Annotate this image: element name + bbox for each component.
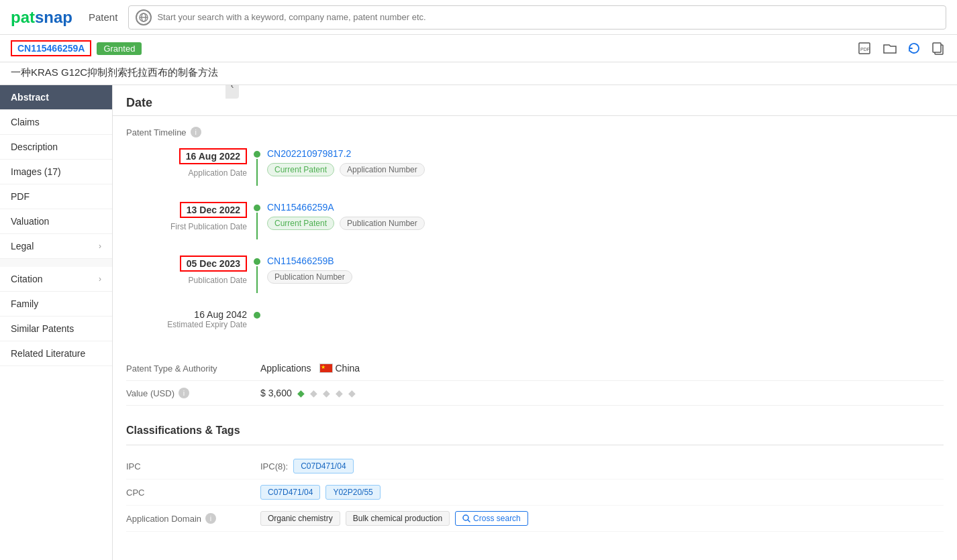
section-title-date: Date [113, 85, 957, 116]
class-val-cpc: C07D471/04 Y02P20/55 [260, 485, 381, 500]
sidebar-item-citation[interactable]: Citation › [0, 267, 112, 292]
timeline-content: CN115466259A Current Patent Publication … [267, 202, 944, 230]
classifications-title: Classifications & Tags [126, 414, 944, 445]
sidebar-item-description[interactable]: Description [0, 135, 112, 160]
copy-icon[interactable] [930, 42, 946, 55]
publication-number-tag: Publication Number [340, 217, 425, 230]
timeline-line [256, 266, 258, 293]
sidebar-item-images[interactable]: Images (17) [0, 160, 112, 184]
timeline-dot-col [247, 256, 267, 293]
patent-header: CN115466259A Granted PDF [0, 35, 957, 62]
timeline-label: Patent Timeline i [126, 127, 944, 137]
application-number-tag: Application Number [340, 163, 425, 176]
cpc-tag-2[interactable]: Y02P20/55 [325, 485, 380, 500]
sidebar-item-label: Related Literature [11, 348, 85, 359]
timeline-date-col: 13 Dec 2022 First Publication Date [126, 202, 247, 231]
timeline-date-label: Application Date [126, 168, 247, 178]
sidebar-item-family[interactable]: Family [0, 292, 112, 317]
sidebar-item-label: Legal [11, 241, 34, 251]
timeline-entry-4: 16 Aug 2042 Estimated Expiry Date [126, 309, 944, 329]
timeline-entry-1: 16 Aug 2022 Application Date CN202210979… [126, 148, 944, 186]
patent-number-link[interactable]: CN115466259B [267, 256, 944, 266]
nav-patent[interactable]: Patent [89, 11, 117, 23]
ipc-tag[interactable]: C07D471/04 [293, 459, 353, 473]
timeline-date-col: 16 Aug 2022 Application Date [126, 148, 247, 178]
timeline-dot [254, 205, 260, 211]
sidebar-item-label: PDF [11, 191, 30, 202]
country-name: China [336, 363, 360, 374]
domain-tag-organic: Organic chemistry [260, 511, 340, 526]
class-key-cpc: CPC [126, 488, 260, 498]
timeline-entry-3: 05 Dec 2023 Publication Date CN115466259… [126, 256, 944, 293]
patent-number-link[interactable]: CN202210979817.2 [267, 148, 944, 159]
tag-row: Publication Number [267, 270, 944, 284]
info-key-value: Value (USD) i [126, 388, 260, 398]
info-icon[interactable]: i [205, 513, 216, 524]
ipc-prefix: IPC(8): [260, 461, 288, 471]
sidebar-item-label: Abstract [11, 92, 49, 103]
cross-search-label: Cross search [473, 514, 521, 523]
sidebar-item-similar-patents[interactable]: Similar Patents [0, 317, 112, 341]
status-badge: Granted [97, 42, 142, 55]
info-icon[interactable]: i [191, 127, 201, 137]
sidebar-item-abstract[interactable]: Abstract [0, 85, 112, 110]
diamond-empty-icon-1: ◆ [310, 388, 317, 398]
class-key-domain: Application Domain i [126, 513, 260, 524]
sidebar-item-legal[interactable]: Legal › [0, 234, 112, 259]
timeline-date: 05 Dec 2023 [180, 256, 247, 272]
patent-tools: PDF [858, 42, 946, 55]
globe-icon[interactable] [136, 9, 152, 25]
info-section: Patent Type & Authority Applications ★ C… [113, 356, 957, 414]
cpc-tag-1[interactable]: C07D471/04 [260, 485, 320, 500]
timeline-entry-2: 13 Dec 2022 First Publication Date CN115… [126, 202, 944, 239]
sidebar-item-claims[interactable]: Claims [0, 110, 112, 135]
timeline-date-col: 05 Dec 2023 Publication Date [126, 256, 247, 285]
timeline-date-label: Publication Date [126, 276, 247, 285]
diamond-empty-icon-3: ◆ [336, 388, 343, 398]
patent-title: 一种KRAS G12C抑制剂索托拉西布的制备方法 [0, 62, 957, 85]
timeline-dot [254, 312, 260, 319]
tag-row: Current Patent Publication Number [267, 217, 944, 230]
timeline-dot-col [247, 309, 267, 319]
sidebar-item-pdf[interactable]: PDF [0, 184, 112, 209]
info-icon[interactable]: i [179, 388, 189, 398]
class-val-ipc: IPC(8): C07D471/04 [260, 459, 354, 473]
info-key-type: Patent Type & Authority [126, 363, 260, 374]
expiry-label: Estimated Expiry Date [126, 320, 247, 329]
main-layout: Abstract Claims Description Images (17) … [0, 85, 957, 560]
pdf-download-icon[interactable]: PDF [858, 42, 874, 55]
expiry-date-col: 16 Aug 2042 Estimated Expiry Date [126, 309, 247, 329]
sidebar-item-valuation[interactable]: Valuation [0, 209, 112, 234]
cross-search-button[interactable]: Cross search [455, 511, 528, 526]
timeline-line [256, 213, 258, 239]
class-row-cpc: CPC C07D471/04 Y02P20/55 [126, 480, 944, 506]
domain-tag-bulk: Bulk chemical production [346, 511, 450, 526]
current-patent-tag: Current Patent [267, 217, 334, 230]
sidebar-item-label: Citation [11, 274, 42, 284]
search-input[interactable] [157, 12, 939, 22]
sidebar-collapse-button[interactable]: ‹ [225, 85, 239, 99]
timeline-date-label: First Publication Date [126, 222, 247, 231]
svg-text:PDF: PDF [860, 47, 870, 52]
timeline-dot-col [247, 202, 267, 239]
refresh-icon[interactable] [906, 42, 922, 55]
info-val-value: $ 3,600 ◆ ◆ ◆ ◆ ◆ [260, 388, 356, 398]
info-val-type: Applications ★ China [260, 363, 360, 374]
class-val-domain: Organic chemistry Bulk chemical producti… [260, 511, 528, 526]
expiry-date: 16 Aug 2042 [126, 309, 247, 320]
sidebar-item-label: Valuation [11, 216, 49, 227]
diamond-filled-icon: ◆ [297, 388, 305, 398]
class-row-ipc: IPC IPC(8): C07D471/04 [126, 453, 944, 480]
class-key-ipc: IPC [126, 461, 260, 471]
sidebar-item-label: Images (17) [11, 166, 61, 177]
folder-icon[interactable] [882, 42, 898, 55]
sidebar-item-label: Similar Patents [11, 323, 74, 334]
china-flag: ★ [319, 363, 333, 373]
sidebar-item-label: Claims [11, 117, 40, 127]
app-logo: patsnap [11, 8, 72, 27]
timeline-date: 13 Dec 2022 [180, 202, 247, 218]
search-bar[interactable] [128, 5, 946, 30]
patent-number-link[interactable]: CN115466259A [267, 202, 944, 213]
sidebar: Abstract Claims Description Images (17) … [0, 85, 113, 560]
sidebar-item-related-literature[interactable]: Related Literature [0, 341, 112, 366]
